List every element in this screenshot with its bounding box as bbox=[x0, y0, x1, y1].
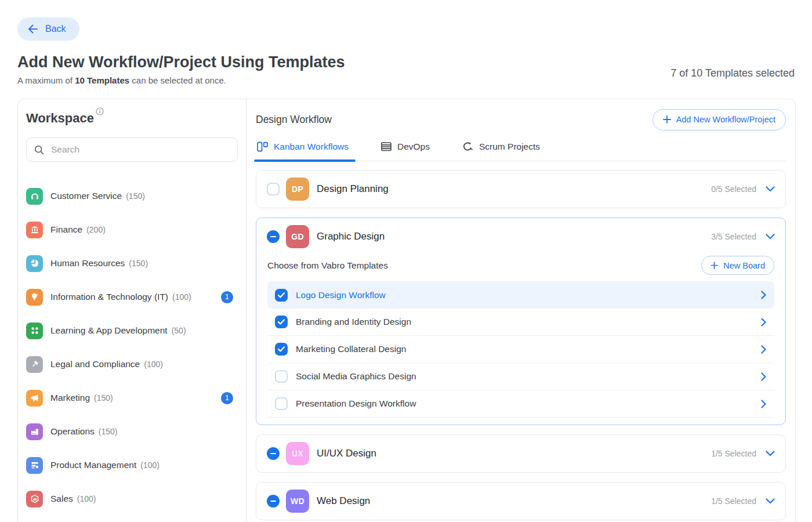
chevron-right-icon[interactable] bbox=[761, 318, 767, 327]
hexagon-chart-icon bbox=[26, 491, 43, 507]
chevron-down-icon[interactable] bbox=[766, 498, 775, 504]
bank-icon bbox=[26, 222, 43, 238]
template-checkbox-checked[interactable] bbox=[275, 289, 288, 302]
tab-kanban-workflows[interactable]: Kanban Workflows bbox=[256, 139, 350, 161]
search-box bbox=[26, 137, 238, 162]
group-header[interactable]: DP Design Planning 0/5 Selected bbox=[256, 171, 785, 208]
check-icon bbox=[278, 319, 285, 325]
category-list: Customer Service (150) Finance (200) Hum… bbox=[26, 179, 238, 522]
search-input[interactable] bbox=[50, 144, 230, 155]
template-name: Presentation Design Workflow bbox=[296, 398, 416, 409]
group-header[interactable]: UX UI/UX Design 1/5 Selected bbox=[256, 435, 785, 472]
kanban-board-icon bbox=[257, 142, 268, 152]
category-count: (50) bbox=[172, 326, 186, 335]
headset-icon bbox=[26, 188, 43, 205]
gavel-icon bbox=[26, 356, 43, 373]
chevron-down-icon[interactable] bbox=[766, 451, 775, 456]
subtitle-max-count: 10 Templates bbox=[75, 75, 129, 85]
back-arrow-icon bbox=[27, 24, 39, 34]
check-icon bbox=[278, 346, 285, 352]
template-name: Social Media Graphics Design bbox=[296, 371, 416, 382]
template-row-social-media-graphics[interactable]: Social Media Graphics Design bbox=[267, 363, 774, 390]
sidebar-item-partial[interactable] bbox=[26, 516, 238, 522]
category-label: Human Resources bbox=[50, 258, 125, 269]
group-selected-count: 0/5 Selected bbox=[711, 184, 756, 194]
sidebar-item-marketing[interactable]: Marketing (150) 1 bbox=[26, 381, 238, 415]
plus-icon bbox=[710, 262, 718, 269]
category-label: Legal and Compliance bbox=[50, 359, 140, 369]
tab-scrum-projects[interactable]: Scrum Projects bbox=[461, 139, 541, 161]
group-header[interactable]: WD Web Design 1/5 Selected bbox=[256, 483, 785, 520]
template-groups: DP Design Planning 0/5 Selected GD Graph… bbox=[256, 170, 786, 520]
template-checkbox-unchecked[interactable] bbox=[275, 397, 288, 410]
sidebar-item-product-management[interactable]: Product Management (100) bbox=[26, 448, 238, 482]
category-count: (100) bbox=[172, 292, 191, 302]
group-card-uiux-design: UX UI/UX Design 1/5 Selected bbox=[256, 434, 786, 473]
template-row-presentation-design[interactable]: Presentation Design Workflow bbox=[267, 390, 774, 418]
app-grid-icon bbox=[26, 322, 43, 339]
section-title: Design Workflow bbox=[256, 114, 332, 126]
template-row-branding-identity[interactable]: Branding and Identity Design bbox=[267, 309, 774, 336]
group-card-design-planning: DP Design Planning 0/5 Selected bbox=[256, 170, 786, 208]
plus-icon bbox=[663, 115, 671, 124]
group-checkbox-indeterminate[interactable] bbox=[267, 495, 280, 507]
template-checkbox-checked[interactable] bbox=[275, 316, 288, 328]
group-card-web-design: WD Web Design 1/5 Selected bbox=[256, 482, 786, 520]
info-icon[interactable] bbox=[96, 107, 104, 115]
template-name: Marketing Collateral Design bbox=[296, 344, 406, 354]
sidebar-item-finance[interactable]: Finance (200) bbox=[26, 213, 238, 246]
sidebar-item-operations[interactable]: Operations (150) bbox=[26, 415, 238, 448]
category-count: (150) bbox=[94, 393, 113, 403]
chevron-right-icon[interactable] bbox=[761, 291, 767, 299]
pie-chart-icon bbox=[26, 255, 43, 272]
back-label: Back bbox=[45, 24, 66, 34]
category-label: Information & Technology (IT) bbox=[50, 292, 168, 302]
template-checkbox-unchecked[interactable] bbox=[275, 370, 288, 383]
category-count: (150) bbox=[129, 259, 148, 268]
templates-panel: Workspace Customer Service (150) bbox=[17, 99, 796, 522]
category-label: Customer Service bbox=[50, 191, 122, 201]
chevron-right-icon[interactable] bbox=[761, 400, 767, 408]
sidebar-item-human-resources[interactable]: Human Resources (150) bbox=[26, 246, 238, 280]
add-new-workflow-button[interactable]: Add New Workflow/Project bbox=[652, 109, 786, 130]
check-icon bbox=[278, 292, 285, 298]
tab-devops[interactable]: DevOps bbox=[380, 139, 431, 161]
group-name: UI/UX Design bbox=[317, 448, 376, 459]
group-checkbox-indeterminate[interactable] bbox=[267, 230, 280, 243]
chevron-down-icon[interactable] bbox=[766, 186, 775, 192]
sidebar-item-sales[interactable]: Sales (100) bbox=[26, 482, 238, 516]
template-row-logo-design[interactable]: Logo Design Workflow bbox=[267, 281, 774, 309]
sidebar-item-information-technology[interactable]: Information & Technology (IT) (100) 1 bbox=[26, 280, 238, 314]
page-header: Back Add New Workflow/Project Using Temp… bbox=[0, 0, 812, 85]
group-badge: DP bbox=[286, 177, 309, 201]
back-button[interactable]: Back bbox=[17, 17, 79, 41]
group-selected-count: 3/5 Selected bbox=[711, 232, 756, 241]
sidebar-item-learning-app-development[interactable]: Learning & App Development (50) bbox=[26, 314, 238, 347]
workspace-title: Workspace bbox=[26, 111, 94, 126]
group-checkbox-unchecked[interactable] bbox=[267, 183, 280, 195]
template-row-marketing-collateral[interactable]: Marketing Collateral Design bbox=[267, 336, 774, 363]
chevron-right-icon[interactable] bbox=[761, 372, 767, 381]
category-count: (100) bbox=[140, 461, 160, 470]
devops-list-icon bbox=[381, 142, 392, 151]
category-label: Finance bbox=[50, 224, 82, 235]
new-board-button[interactable]: New Board bbox=[701, 256, 774, 275]
category-label: Marketing bbox=[50, 393, 90, 403]
group-checkbox-indeterminate[interactable] bbox=[267, 447, 280, 460]
category-count: (100) bbox=[77, 494, 96, 503]
template-checkbox-checked[interactable] bbox=[275, 343, 288, 356]
group-selected-count: 1/5 Selected bbox=[711, 449, 756, 458]
category-label: Sales bbox=[50, 494, 73, 504]
sidebar-item-legal-and-compliance[interactable]: Legal and Compliance (100) bbox=[26, 347, 238, 381]
workspace-sidebar: Workspace Customer Service (150) bbox=[18, 99, 246, 522]
group-name: Design Planning bbox=[317, 183, 389, 195]
sidebar-item-customer-service[interactable]: Customer Service (150) bbox=[26, 179, 238, 213]
group-header[interactable]: GD Graphic Design 3/5 Selected bbox=[256, 218, 785, 255]
group-card-graphic-design: GD Graphic Design 3/5 Selected Choose fr… bbox=[256, 217, 786, 425]
chevron-down-icon[interactable] bbox=[766, 234, 775, 240]
template-name: Logo Design Workflow bbox=[296, 290, 386, 300]
chevron-right-icon[interactable] bbox=[761, 345, 767, 354]
selection-summary: 7 of 10 Templates selected bbox=[670, 67, 795, 79]
category-label: Operations bbox=[50, 426, 95, 437]
megaphone-icon bbox=[26, 390, 43, 407]
